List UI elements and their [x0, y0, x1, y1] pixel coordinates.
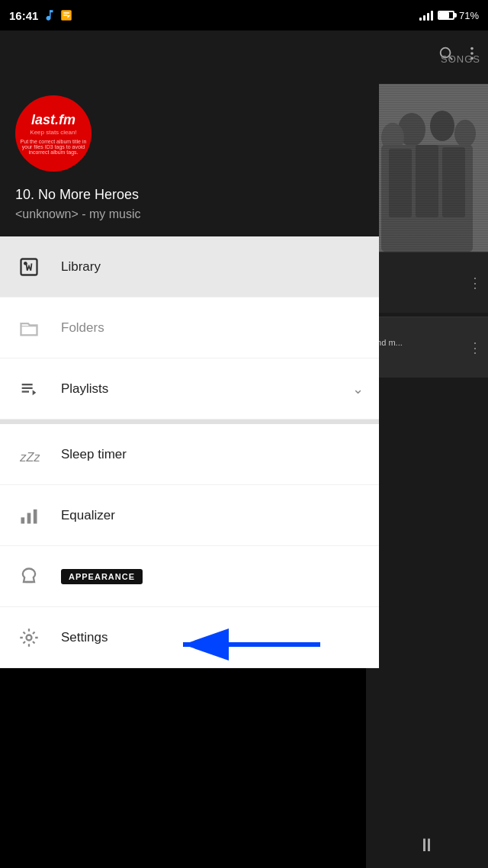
playlists-chevron: ⌄	[352, 381, 364, 397]
playlist-icon	[15, 375, 43, 403]
lastfm-logo-text: last.fm	[31, 113, 75, 127]
music-note-icon	[43, 8, 56, 22]
svg-point-8	[430, 111, 454, 141]
right-song-sub-1: 1	[372, 285, 468, 293]
appearance-badge: APPEARANCE	[61, 569, 143, 584]
battery-percent: 71%	[459, 10, 479, 21]
sleep-timer-label: Sleep timer	[61, 447, 364, 462]
svg-rect-12	[389, 149, 412, 217]
sleep-icon: zZz	[15, 441, 43, 468]
svg-text:zZz: zZz	[19, 450, 40, 464]
lastfm-tagline: Keep stats clean!	[30, 129, 76, 136]
sidebar-item-playlists[interactable]: Playlists ⌄	[0, 358, 379, 420]
sidebar-item-folders[interactable]: Folders	[0, 297, 379, 358]
svg-point-9	[454, 120, 476, 147]
sidebar-item-equalizer[interactable]: Equalizer	[0, 485, 379, 546]
settings-icon	[15, 624, 43, 651]
right-more-btn-2[interactable]: ⋮	[468, 339, 482, 356]
sidebar-item-sleep-timer[interactable]: zZz Sleep timer	[0, 424, 379, 485]
album-art	[366, 84, 488, 252]
drawer: last.fm Keep stats clean! Put the correc…	[0, 0, 379, 868]
blue-arrow	[175, 625, 328, 664]
svg-rect-6	[366, 84, 488, 252]
svg-point-7	[398, 113, 425, 146]
svg-rect-14	[442, 147, 465, 217]
svg-rect-15	[366, 84, 488, 252]
svg-point-10	[381, 123, 404, 152]
right-panel: SONGS C 1 ⋮ and m.	[366, 0, 488, 868]
equalizer-icon	[15, 502, 43, 529]
svg-point-26	[27, 635, 32, 640]
songs-label: SONGS	[441, 53, 480, 65]
right-song-item-2[interactable]: and m... 1 ⋮	[366, 317, 488, 378]
folder-icon	[15, 314, 43, 342]
appearance-icon	[15, 563, 43, 590]
library-label: Library	[61, 259, 364, 275]
right-song-item-1[interactable]: C 1 ⋮	[366, 252, 488, 313]
pause-button[interactable]: ⏸	[418, 834, 436, 856]
sidebar-item-appearance[interactable]: APPEARANCE	[0, 546, 379, 607]
right-song-title-2: and m...	[372, 338, 468, 347]
battery-icon	[438, 11, 454, 20]
svg-point-17	[24, 262, 27, 265]
status-time: 16:41	[9, 9, 38, 22]
folders-label: Folders	[61, 320, 364, 336]
signal-bars	[419, 10, 433, 21]
right-more-btn-1[interactable]: ⋮	[468, 275, 482, 291]
svg-rect-24	[34, 509, 37, 523]
drawer-menu: Library Folders Playlists	[0, 236, 379, 668]
playlists-label: Playlists	[61, 381, 334, 397]
drawer-header: last.fm Keep stats clean! Put the correc…	[0, 0, 379, 236]
sidebar-item-library[interactable]: Library	[0, 236, 379, 297]
library-icon	[15, 253, 43, 281]
right-song-title-1: C	[372, 273, 468, 282]
svg-rect-11	[381, 145, 473, 252]
note-icon	[59, 8, 73, 22]
equalizer-label: Equalizer	[61, 508, 364, 523]
svg-rect-23	[27, 513, 31, 523]
svg-point-3	[470, 47, 474, 50]
right-song-sub-2: 1	[372, 349, 468, 358]
status-bar: 16:41 71%	[0, 0, 488, 31]
current-song-artist: <unknown> - my music	[15, 207, 364, 221]
current-song-title: 10. No More Heroes	[15, 187, 364, 203]
svg-rect-13	[416, 145, 438, 217]
lastfm-description: Put the correct album title in your file…	[15, 139, 92, 155]
bottom-player: ⏸	[366, 822, 488, 868]
lastfm-logo: last.fm Keep stats clean! Put the correc…	[15, 95, 92, 172]
svg-rect-22	[21, 517, 25, 523]
